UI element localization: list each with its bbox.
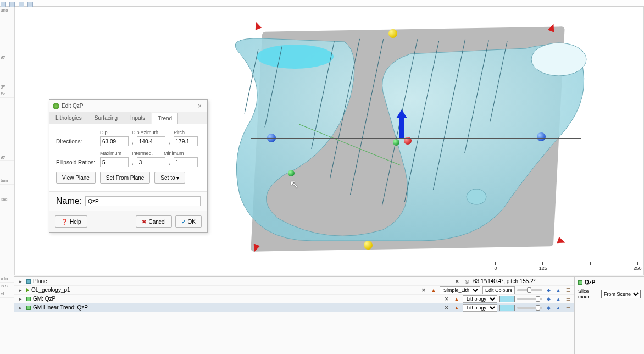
slice-mode-select[interactable]: From Scene	[601, 290, 641, 298]
name-input[interactable]	[85, 196, 201, 206]
max-header: Maximum	[100, 151, 129, 156]
dip-input[interactable]	[100, 136, 129, 146]
tab-trend[interactable]: Trend	[152, 113, 178, 124]
pitch-header: Pitch	[174, 130, 196, 135]
dialog-title: Edit QzP	[62, 100, 83, 112]
mouse-cursor-icon: ↖	[290, 178, 299, 191]
colour-swatch[interactable]	[499, 305, 515, 311]
ratio-int-input[interactable]	[137, 157, 165, 167]
top-toolbar	[0, 0, 644, 7]
legend-select[interactable]: Simple_Lith	[440, 286, 480, 294]
object-row-linear-trend[interactable]: ▸ GM Linear Trend: QzP ✕ ▲ Lithology ◆ ▲…	[14, 303, 574, 312]
more-icon[interactable]: ☰	[564, 286, 572, 294]
view-plane-button[interactable]: View Plane	[56, 172, 96, 184]
shade-icon[interactable]: ▲	[554, 304, 562, 312]
model-icon	[26, 306, 31, 310]
name-label: Name:	[56, 196, 82, 206]
gizmo-up-arrow[interactable]	[399, 117, 404, 139]
dialog-titlebar[interactable]: Edit QzP ×	[49, 100, 207, 112]
svg-point-2	[467, 189, 486, 204]
tab-inputs[interactable]: Inputs	[124, 112, 151, 124]
cancel-button[interactable]: ✖Cancel	[136, 215, 171, 228]
legend-select[interactable]: Lithology	[463, 295, 497, 303]
horizon-line	[251, 138, 581, 139]
dip-azimuth-header: Dip Azimuth	[132, 130, 170, 135]
dip-header: Dip	[100, 130, 129, 135]
plane-edge-handle[interactable]	[388, 29, 397, 38]
remove-icon[interactable]: ✕	[443, 304, 451, 312]
opacity-slider[interactable]	[517, 289, 542, 291]
opacity-slider[interactable]	[517, 298, 542, 300]
project-tree-edge: urfa gy gn Fa gy tem itac e In in S el	[0, 7, 14, 354]
svg-point-1	[257, 45, 334, 69]
scale-bar: 0 125 250	[495, 262, 638, 272]
legend-select[interactable]: Lithology	[463, 304, 497, 312]
object-row-plane[interactable]: ▸ Plane ✕ ◎ 63.1°/140.4°, pitch 155.2°	[14, 277, 574, 286]
intermed-header: Intermed.	[132, 151, 160, 156]
bottom-dock: ▸ Plane ✕ ◎ 63.1°/140.4°, pitch 155.2° ▸…	[14, 276, 644, 354]
plane-icon	[26, 279, 31, 284]
gizmo-axis-end[interactable]	[288, 170, 295, 176]
scene-objects-panel: ▸ Plane ✕ ◎ 63.1°/140.4°, pitch 155.2° ▸…	[14, 277, 575, 354]
remove-icon[interactable]: ✕	[443, 295, 451, 303]
directions-label: Directions:	[56, 139, 97, 145]
mesh-icon	[26, 288, 29, 292]
plane-edge-handle[interactable]	[364, 241, 373, 250]
edit-dialog[interactable]: Edit QzP × Lithologies Surfacing Inputs …	[49, 99, 208, 233]
more-icon[interactable]: ☰	[564, 304, 572, 312]
pitch-input[interactable]	[174, 136, 198, 146]
plane-handle-arrow[interactable]	[253, 20, 262, 30]
slice-mode-label: Slice mode:	[578, 289, 599, 300]
colour-swatch[interactable]	[499, 296, 515, 302]
shade-icon[interactable]: ▲	[554, 295, 562, 303]
remove-icon[interactable]: ✕	[420, 286, 428, 294]
remove-icon[interactable]: ✕	[453, 278, 461, 285]
legend-icon[interactable]: ▲	[453, 304, 460, 312]
model-icon	[26, 297, 31, 301]
style-icon[interactable]: ◆	[545, 304, 552, 312]
svg-point-0	[531, 43, 586, 76]
ok-button[interactable]: ✔OK	[175, 215, 202, 228]
legend-icon[interactable]: ▲	[430, 286, 437, 294]
expand-icon[interactable]: ▸	[16, 278, 24, 285]
object-row-gm-qzp[interactable]: ▸ GM: QzP ✕ ▲ Lithology ◆ ▲ ☰	[14, 295, 574, 303]
app-icon	[53, 103, 59, 109]
target-icon[interactable]: ◎	[463, 278, 471, 285]
more-icon[interactable]: ☰	[564, 295, 572, 303]
properties-title: QzP	[585, 279, 595, 285]
model-icon	[578, 280, 582, 285]
set-to-button[interactable]: Set to ▾	[154, 172, 185, 184]
set-from-plane-button[interactable]: Set From Plane	[100, 172, 150, 184]
dialog-tabs: Lithologies Surfacing Inputs Trend	[49, 112, 207, 124]
gizmo-axis[interactable]	[393, 139, 399, 146]
plane-orientation-text: 63.1°/140.4°, pitch 155.2°	[473, 278, 572, 284]
style-icon[interactable]: ◆	[545, 286, 552, 294]
expand-icon[interactable]: ▸	[16, 304, 24, 312]
ratio-min-input[interactable]	[174, 157, 198, 167]
help-button[interactable]: ❓Help	[55, 215, 87, 228]
tab-surfacing[interactable]: Surfacing	[88, 112, 124, 124]
ratio-max-input[interactable]	[100, 157, 129, 167]
object-row-geology[interactable]: ▸ OL_geology_p1 ✕ ▲ Simple_Lith Edit Col…	[14, 286, 574, 295]
style-icon[interactable]: ◆	[545, 295, 552, 303]
dip-azimuth-input[interactable]	[137, 136, 165, 146]
properties-panel: QzP Slice mode: From Scene	[575, 277, 644, 354]
plane-edge-handle[interactable]	[537, 132, 546, 141]
opacity-slider[interactable]	[517, 307, 542, 309]
close-icon[interactable]: ×	[196, 100, 204, 112]
min-header: Minimum	[164, 151, 192, 156]
expand-icon[interactable]: ▸	[16, 286, 24, 294]
expand-icon[interactable]: ▸	[16, 295, 24, 303]
tab-lithologies[interactable]: Lithologies	[49, 112, 88, 124]
shade-icon[interactable]: ▲	[554, 286, 562, 294]
legend-icon[interactable]: ▲	[453, 295, 460, 303]
edit-colours-button[interactable]: Edit Colours	[482, 286, 515, 294]
ratios-label: Ellipsoid Ratios:	[56, 159, 97, 165]
